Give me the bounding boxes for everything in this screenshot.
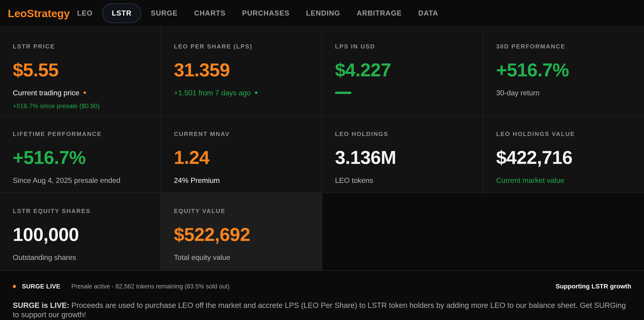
card-lps-in-usd: LPS IN USD $4.227 bbox=[322, 27, 483, 115]
nav-item-purchases[interactable]: PURCHASES bbox=[242, 9, 290, 17]
performance-30d-value: +516.7% bbox=[496, 60, 631, 80]
card-30d-performance: 30D PERFORMANCE +516.7% 30-day return bbox=[483, 27, 644, 115]
nav-item-data[interactable]: DATA bbox=[418, 9, 438, 17]
equity-shares-value: 100,000 bbox=[13, 225, 148, 244]
card-subtitle: Outstanding shares bbox=[13, 253, 148, 261]
empty-grid-cell bbox=[322, 193, 644, 270]
card-leo-holdings: LEO HOLDINGS 3.136M LEO tokens bbox=[322, 116, 483, 193]
presale-status-text: Presale active - 82,562 tokens remaining… bbox=[72, 283, 230, 290]
holdings-usd-value: $422,716 bbox=[496, 148, 631, 167]
card-subtitle: Since Aug 4, 2025 presale ended bbox=[13, 177, 148, 185]
nav-item-leo[interactable]: LEO bbox=[77, 9, 93, 17]
nav-item-charts[interactable]: CHARTS bbox=[194, 9, 226, 17]
surge-message-lead: SURGE is LIVE: bbox=[13, 301, 69, 309]
green-underline-bar bbox=[335, 92, 352, 94]
surge-footer: SURGE LIVE Presale active - 82,562 token… bbox=[0, 271, 644, 319]
card-current-mnav: CURRENT MNAV 1.24 24% Premium bbox=[161, 116, 322, 193]
card-label: LEO HOLDINGS bbox=[335, 130, 470, 138]
nav-item-lstr[interactable]: LSTR bbox=[102, 4, 141, 23]
nav-item-arbitrage[interactable]: ARBITRAGE bbox=[357, 9, 402, 17]
card-note: +516.7% since presale ($0.90) bbox=[13, 102, 148, 110]
live-status-dot-icon bbox=[255, 91, 258, 94]
surge-live-dot-icon bbox=[13, 285, 16, 288]
subtitle-text: +1.501 from 7 days ago bbox=[174, 89, 251, 97]
card-subtitle: 30-day return bbox=[496, 89, 631, 97]
card-subtitle: LEO tokens bbox=[335, 177, 470, 185]
live-status-dot-icon bbox=[84, 91, 86, 94]
card-label: EQUITY VALUE bbox=[174, 208, 309, 215]
nav-item-surge[interactable]: SURGE bbox=[151, 9, 178, 17]
card-subtitle: Current trading price bbox=[13, 89, 148, 97]
card-lstr-price: LSTR PRICE $5.55 Current trading price +… bbox=[0, 27, 161, 115]
card-leo-holdings-value: LEO HOLDINGS VALUE $422,716 Current mark… bbox=[483, 116, 644, 193]
lps-value: 31.359 bbox=[174, 60, 309, 80]
card-subtitle: Total equity value bbox=[174, 253, 309, 261]
card-label: LEO PER SHARE (LPS) bbox=[174, 43, 309, 50]
lstr-price-value: $5.55 bbox=[13, 60, 148, 80]
card-label: LSTR PRICE bbox=[13, 43, 148, 50]
brand-logo[interactable]: LeoStrategy bbox=[8, 7, 70, 20]
lstr-dashboard-page: LeoStrategy LEO LSTR SURGE CHARTS PURCHA… bbox=[0, 0, 644, 320]
card-label: LPS IN USD bbox=[335, 43, 470, 50]
equity-value: $522,692 bbox=[174, 225, 309, 244]
top-nav-bar: LeoStrategy LEO LSTR SURGE CHARTS PURCHA… bbox=[0, 0, 644, 27]
surge-status-row: SURGE LIVE Presale active - 82,562 token… bbox=[13, 283, 631, 290]
surge-live-label: SURGE LIVE bbox=[22, 283, 60, 290]
main-nav: LEO LSTR SURGE CHARTS PURCHASES LENDING … bbox=[77, 4, 438, 23]
card-leo-per-share: LEO PER SHARE (LPS) 31.359 +1.501 from 7… bbox=[161, 27, 322, 115]
supporting-growth-note: Supporting LSTR growth bbox=[556, 283, 631, 290]
card-label: LIFETIME PERFORMANCE bbox=[13, 130, 148, 138]
stats-grid: LSTR PRICE $5.55 Current trading price +… bbox=[0, 27, 644, 271]
subtitle-text: Current trading price bbox=[13, 89, 80, 97]
card-equity-value: EQUITY VALUE $522,692 Total equity value bbox=[161, 193, 322, 270]
card-subtitle: Current market value bbox=[496, 177, 631, 185]
leo-holdings-value: 3.136M bbox=[335, 148, 470, 167]
surge-message: SURGE is LIVE: Proceeds are used to purc… bbox=[13, 300, 631, 319]
surge-message-body: Proceeds are used to purchase LEO off th… bbox=[13, 301, 626, 319]
card-label: CURRENT MNAV bbox=[174, 130, 309, 138]
card-lstr-equity-shares: LSTR EQUITY SHARES 100,000 Outstanding s… bbox=[0, 193, 161, 270]
card-subtitle: 24% Premium bbox=[174, 177, 309, 185]
card-subtitle: +1.501 from 7 days ago bbox=[174, 89, 309, 97]
lifetime-performance-value: +516.7% bbox=[13, 148, 148, 167]
card-lifetime-performance: LIFETIME PERFORMANCE +516.7% Since Aug 4… bbox=[0, 116, 161, 193]
card-label: LEO HOLDINGS VALUE bbox=[496, 130, 631, 138]
card-label: LSTR EQUITY SHARES bbox=[13, 208, 148, 215]
card-label: 30D PERFORMANCE bbox=[496, 43, 631, 50]
lps-usd-value: $4.227 bbox=[335, 60, 470, 80]
nav-item-lending[interactable]: LENDING bbox=[306, 9, 340, 17]
mnav-value: 1.24 bbox=[174, 148, 309, 167]
